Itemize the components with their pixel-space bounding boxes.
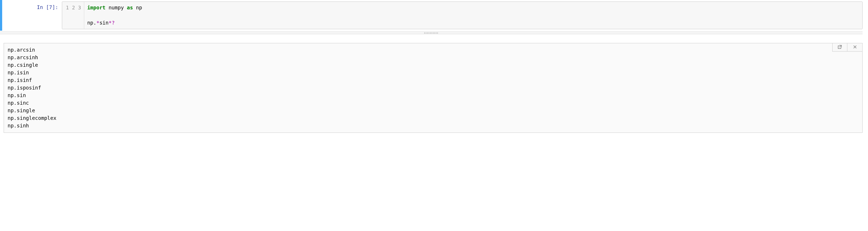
output-line: np.single: [8, 108, 35, 113]
output-line: np.arcsinh: [8, 55, 38, 60]
close-icon: [853, 45, 857, 50]
code-input-area[interactable]: 1 2 3 import numpy as np np.*sin*?: [62, 1, 863, 29]
pager-output-body[interactable]: np.arcsin np.arcsinh np.csingle np.isin …: [4, 43, 863, 133]
output-line: np.isposinf: [8, 85, 41, 91]
output-line: np.sinc: [8, 100, 29, 106]
external-link-icon: [838, 45, 842, 50]
output-line: np.singlecomplex: [8, 115, 56, 121]
help-question-mark: ?: [112, 20, 115, 26]
output-line: np.sin: [8, 92, 26, 98]
line-number-gutter: 1 2 3: [62, 2, 84, 29]
pager-output-panel: np.arcsin np.arcsinh np.csingle np.isin …: [4, 43, 863, 133]
code-text: np.: [87, 20, 96, 26]
output-line: np.csingle: [8, 62, 38, 68]
output-line: np.isin: [8, 70, 29, 75]
open-external-button[interactable]: [832, 43, 847, 52]
code-cell[interactable]: In [7]: 1 2 3 import numpy as np np.*sin…: [0, 0, 868, 31]
wildcard-star: *: [96, 20, 99, 26]
pager-toolbar: [832, 43, 863, 52]
output-line: np.isinf: [8, 77, 32, 83]
keyword-as: as: [127, 5, 133, 10]
code-text: numpy: [106, 5, 127, 10]
code-text: sin: [99, 20, 109, 26]
keyword-import: import: [87, 5, 106, 10]
notebook-container: In [7]: 1 2 3 import numpy as np np.*sin…: [0, 0, 868, 133]
output-line: np.sinh: [8, 123, 29, 128]
code-editor[interactable]: import numpy as np np.*sin*?: [84, 2, 862, 29]
output-line: np.arcsin: [8, 47, 35, 53]
input-prompt: In [7]:: [2, 1, 62, 29]
wildcard-star: *: [109, 20, 111, 26]
pager-divider[interactable]: [0, 31, 863, 34]
close-pager-button[interactable]: [847, 43, 863, 52]
code-text: np: [133, 5, 142, 10]
